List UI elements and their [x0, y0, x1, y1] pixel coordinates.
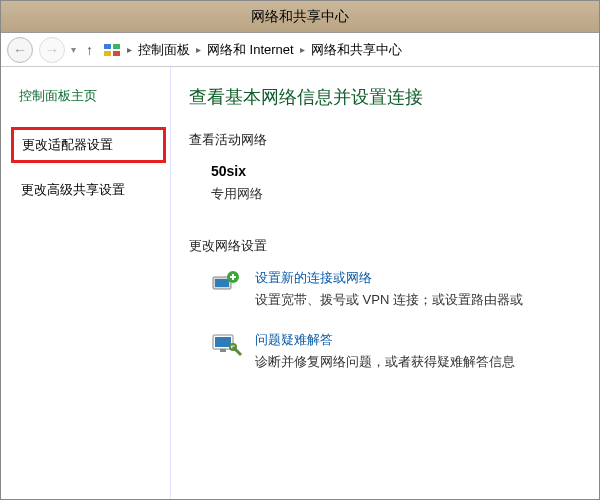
sidebar: 控制面板主页 更改适配器设置 更改高级共享设置 [1, 67, 171, 499]
svg-rect-0 [104, 44, 111, 49]
active-networks-title: 查看活动网络 [189, 131, 599, 149]
breadcrumb-item[interactable]: 网络和 Internet [207, 41, 294, 59]
svg-rect-2 [104, 51, 111, 56]
svg-rect-1 [113, 44, 120, 49]
network-name: 50six [211, 163, 599, 179]
sidebar-home-link[interactable]: 控制面板主页 [19, 87, 160, 105]
settings-item-troubleshoot[interactable]: 问题疑难解答 诊断并修复网络问题，或者获得疑难解答信息 [211, 331, 599, 371]
chevron-right-icon: ▸ [194, 44, 203, 55]
back-arrow-icon: ← [13, 42, 27, 58]
page-heading: 查看基本网络信息并设置连接 [189, 85, 599, 109]
breadcrumb-item[interactable]: 网络和共享中心 [311, 41, 402, 59]
window-titlebar: 网络和共享中心 [1, 1, 599, 33]
main-area: 控制面板主页 更改适配器设置 更改高级共享设置 查看基本网络信息并设置连接 查看… [1, 67, 599, 499]
up-button[interactable]: ↑ [82, 42, 97, 58]
breadcrumb: ▸ 控制面板 ▸ 网络和 Internet ▸ 网络和共享中心 [103, 41, 402, 59]
forward-arrow-icon: → [45, 42, 59, 58]
recent-dropdown-icon[interactable]: ▾ [71, 44, 76, 55]
settings-item-title: 问题疑难解答 [255, 331, 515, 349]
settings-item-desc: 诊断并修复网络问题，或者获得疑难解答信息 [255, 353, 515, 371]
settings-list: 设置新的连接或网络 设置宽带、拨号或 VPN 连接；或设置路由器或 问题疑难解答 [189, 269, 599, 371]
network-type: 专用网络 [211, 185, 599, 203]
breadcrumb-item[interactable]: 控制面板 [138, 41, 190, 59]
svg-rect-3 [113, 51, 120, 56]
nav-bar: ← → ▾ ↑ ▸ 控制面板 ▸ 网络和 Internet ▸ 网络和共享中心 [1, 33, 599, 67]
new-connection-icon [211, 269, 243, 297]
svg-rect-8 [215, 337, 231, 347]
forward-button[interactable]: → [39, 37, 65, 63]
chevron-right-icon: ▸ [125, 44, 134, 55]
settings-item-title: 设置新的连接或网络 [255, 269, 523, 287]
troubleshoot-icon [211, 331, 243, 359]
change-settings-title: 更改网络设置 [189, 237, 599, 255]
chevron-right-icon: ▸ [298, 44, 307, 55]
window-title: 网络和共享中心 [251, 8, 349, 26]
back-button[interactable]: ← [7, 37, 33, 63]
control-panel-icon [103, 41, 121, 59]
active-network: 50six 专用网络 [211, 163, 599, 203]
sidebar-link-advanced-sharing[interactable]: 更改高级共享设置 [19, 177, 160, 203]
settings-item-new-connection[interactable]: 设置新的连接或网络 设置宽带、拨号或 VPN 连接；或设置路由器或 [211, 269, 599, 309]
content-pane: 查看基本网络信息并设置连接 查看活动网络 50six 专用网络 更改网络设置 设… [171, 67, 599, 499]
settings-item-desc: 设置宽带、拨号或 VPN 连接；或设置路由器或 [255, 291, 523, 309]
svg-rect-9 [220, 349, 226, 352]
sidebar-link-adapter-settings[interactable]: 更改适配器设置 [11, 127, 166, 163]
svg-rect-5 [215, 279, 229, 287]
